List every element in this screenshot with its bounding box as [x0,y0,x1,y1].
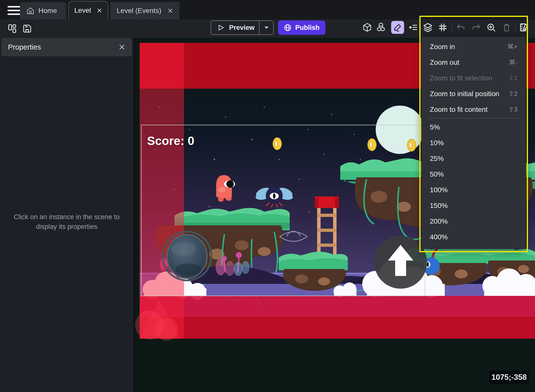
red-band-bottom-upper [140,296,535,317]
trash-icon [502,23,511,32]
zoom-menu-button[interactable] [485,21,498,34]
pencil-icon [393,22,403,32]
layers-icon [423,22,433,33]
coin[interactable] [368,139,376,151]
objects-cubes-icon [376,22,386,33]
redo-button[interactable] [470,21,483,34]
open-objects-panel-button[interactable] [374,21,387,34]
tab-level-events-label: Level (Events) [117,7,161,15]
properties-title: Properties [8,43,41,51]
menu-divider [428,118,520,119]
toolbar-divider [452,22,452,32]
play-icon [217,24,225,31]
menu-item-zoom-initial-position[interactable]: Zoom to initial position ⇧2 [421,86,526,102]
menu-item-zoom-400[interactable]: 400% [421,229,526,245]
tab-level-active[interactable]: Level [68,1,108,19]
shortcut-label: ⇧1 [509,74,518,82]
save-icon [22,23,32,34]
menu-item-zoom-5[interactable]: 5% [421,119,526,135]
close-icon[interactable] [118,44,125,51]
tab-home-label: Home [38,7,57,15]
jump-button[interactable] [374,236,427,289]
coin[interactable] [407,139,416,151]
cursor-coordinates-badge: 1075;-358 [489,370,529,384]
cube-icon [362,22,372,32]
delete-button[interactable] [500,21,513,34]
preview-options-button[interactable] [260,24,273,31]
save-button[interactable] [21,23,33,34]
moon[interactable] [376,106,424,154]
toolbar-divider [515,22,516,32]
menu-item-zoom-fit-selection: Zoom to fit selection ⇧1 [421,70,526,86]
undo-icon [456,22,466,32]
red-band-bottom-lower [140,317,535,339]
menu-item-zoom-in[interactable]: Zoom in ⌘+ [421,39,526,55]
shortcut-label: ⇧3 [509,106,518,113]
shortcut-label: ⇧2 [509,90,518,98]
undo-button[interactable] [454,21,467,34]
tab-home[interactable]: Home [20,2,66,19]
shortcut-label: ⌘- [509,59,518,66]
open-instances-list-button[interactable] [406,21,419,34]
red-band-left [140,43,184,339]
properties-panel-header: Properties [1,38,132,56]
grid-icon [438,22,448,32]
menu-item-zoom-fit-content[interactable]: Zoom to fit content ⇧3 [421,102,526,117]
preview-label: Preview [229,24,255,32]
preview-button[interactable]: Preview [211,20,274,35]
tab-level-label: Level [74,6,91,14]
coin[interactable] [273,138,281,150]
tab-level-events[interactable]: Level (Events) [110,2,179,19]
instances-list-icon [408,22,418,33]
home-icon [26,7,34,15]
menu-item-zoom-200[interactable]: 200% [421,213,526,229]
close-icon[interactable] [97,8,102,13]
edit-scene-events-button[interactable] [518,21,531,34]
menu-item-zoom-50[interactable]: 50% [421,166,526,182]
globe-icon [284,24,292,32]
properties-empty-hint: Click on an instance in the scene to dis… [10,212,123,232]
menu-item-zoom-150[interactable]: 150% [421,198,526,213]
score-text-object[interactable]: Score: 0 [147,134,194,147]
toggle-grid-button[interactable] [436,21,449,34]
layout-icon [7,23,17,34]
menu-item-zoom-10[interactable]: 10% [421,135,526,151]
open-editors-panel-button[interactable] [6,23,18,34]
zoom-in-icon [486,22,496,32]
joystick-control[interactable] [163,232,211,280]
zoom-dropdown-menu: Zoom in ⌘+ Zoom out ⌘- Zoom to fit selec… [421,37,526,249]
edit-mode-button[interactable] [391,21,404,34]
publish-label: Publish [295,24,320,32]
menu-item-zoom-100[interactable]: 100% [421,182,526,198]
publish-button[interactable]: Publish [278,20,325,35]
menu-item-zoom-out[interactable]: Zoom out ⌘- [421,55,526,70]
film-edit-icon [519,22,529,33]
redo-icon [471,22,481,32]
menu-item-zoom-25[interactable]: 25% [421,151,526,166]
close-icon[interactable] [168,8,173,13]
toggle-3d-view-button[interactable] [361,21,374,34]
shortcut-label: ⌘+ [507,43,518,51]
open-layers-panel-button[interactable] [421,21,434,34]
chevron-down-icon [263,24,270,31]
